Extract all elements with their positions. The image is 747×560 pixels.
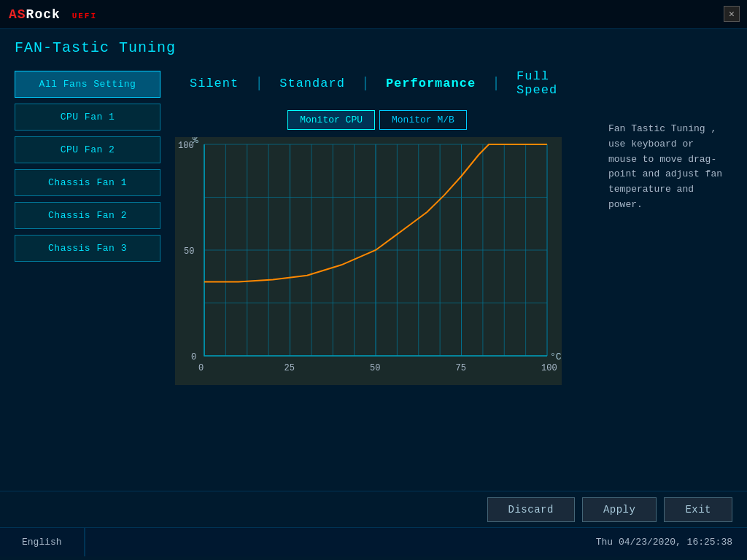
mode-tabs: Silent | Standard | Performance | Full S… <box>175 63 579 100</box>
discard-button[interactable]: Discard <box>487 497 575 522</box>
apply-button[interactable]: Apply <box>582 497 657 522</box>
monitor-cpu-button[interactable]: Monitor CPU <box>287 110 375 130</box>
info-text: Fan Tastic Tuning , use keyboard or mous… <box>608 123 722 210</box>
tab-fullspeed[interactable]: Full Speed <box>502 66 579 100</box>
sep2: | <box>361 75 370 92</box>
chart-canvas <box>175 137 562 385</box>
sidebar-item-cpu-fan1[interactable]: CPU Fan 1 <box>15 104 160 131</box>
uefi-label: UEFI <box>72 12 97 20</box>
monitor-mb-button[interactable]: Monitor M/B <box>379 110 467 130</box>
sidebar-item-cpu-fan2[interactable]: CPU Fan 2 <box>15 136 160 163</box>
sep3: | <box>492 75 500 92</box>
status-bar: English Thu 04/23/2020, 16:25:38 <box>0 527 747 556</box>
language-button[interactable]: English <box>0 528 85 556</box>
exit-button[interactable]: Exit <box>664 497 732 522</box>
tab-silent[interactable]: Silent <box>175 74 253 93</box>
tab-performance[interactable]: Performance <box>371 74 490 93</box>
sidebar: All Fans Setting CPU Fan 1 CPU Fan 2 Cha… <box>15 63 160 491</box>
tab-standard[interactable]: Standard <box>265 74 360 93</box>
header: ASRock UEFI ✕ <box>0 0 747 29</box>
sidebar-item-chassis-fan3[interactable]: Chassis Fan 3 <box>15 235 160 262</box>
center-panel: Silent | Standard | Performance | Full S… <box>160 63 594 491</box>
datetime-display: Thu 04/23/2020, 16:25:38 <box>85 528 747 556</box>
info-panel: Fan Tastic Tuning , use keyboard or mous… <box>594 63 732 491</box>
close-button[interactable]: ✕ <box>724 6 740 22</box>
sidebar-item-all-fans[interactable]: All Fans Setting <box>15 71 160 98</box>
bottom-bar: Discard Apply Exit <box>0 491 747 527</box>
logo: ASRock UEFI <box>9 7 97 22</box>
sidebar-item-chassis-fan2[interactable]: Chassis Fan 2 <box>15 202 160 229</box>
main-area: All Fans Setting CPU Fan 1 CPU Fan 2 Cha… <box>0 63 747 491</box>
monitor-buttons: Monitor CPU Monitor M/B <box>175 110 579 130</box>
sep1: | <box>255 75 263 92</box>
sidebar-item-chassis-fan1[interactable]: Chassis Fan 1 <box>15 169 160 196</box>
page-title: FAN-Tastic Tuning <box>0 29 747 63</box>
fan-chart[interactable] <box>175 137 579 491</box>
